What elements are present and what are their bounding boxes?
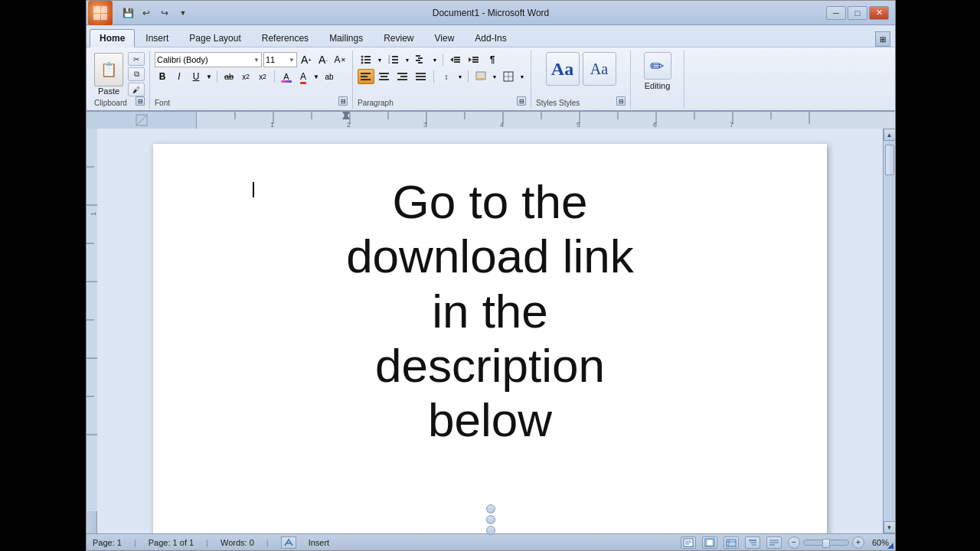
zoom-slider[interactable]: [803, 540, 849, 546]
tab-references[interactable]: References: [252, 29, 318, 47]
ribbon-expand-icon[interactable]: ⊞: [875, 31, 890, 47]
copy-button[interactable]: ⧉: [128, 67, 145, 81]
office-button[interactable]: [88, 1, 113, 25]
justify-button[interactable]: [413, 69, 430, 84]
highlight-button[interactable]: ab: [322, 69, 337, 84]
scroll-dot-2[interactable]: [486, 515, 495, 524]
svg-rect-25: [361, 76, 368, 77]
format-painter-button[interactable]: 🖌: [128, 83, 145, 96]
ruler-corner[interactable]: [87, 112, 197, 129]
document-text[interactable]: Go to the download link in the descripti…: [199, 174, 781, 447]
font-row1: Calibri (Body) ▼ 11 ▼ A+ A- A✕: [155, 52, 348, 67]
decrease-indent-button[interactable]: [447, 52, 464, 67]
strikethrough-button[interactable]: ab: [221, 69, 237, 84]
scroll-track[interactable]: [884, 141, 895, 521]
tab-page-layout[interactable]: Page Layout: [179, 29, 250, 47]
text-effects-button[interactable]: A: [279, 69, 294, 84]
svg-rect-44: [197, 112, 895, 129]
font-size-dropdown[interactable]: 11 ▼: [263, 52, 297, 67]
align-center-button[interactable]: [376, 69, 393, 84]
zoom-slider-thumb[interactable]: [822, 539, 830, 548]
para-row2: ↕ ▼ ▼ ▼: [358, 69, 526, 84]
paragraph-expand[interactable]: ⊟: [517, 96, 526, 106]
status-pages: Page: 1 of 1: [149, 538, 194, 547]
scroll-up-arrow[interactable]: ▲: [884, 129, 896, 141]
bullets-button[interactable]: [358, 52, 374, 67]
shrink-font-button[interactable]: A-: [315, 52, 331, 67]
italic-button[interactable]: I: [172, 69, 187, 84]
minimize-button[interactable]: ─: [826, 6, 846, 20]
print-layout-icon[interactable]: [681, 536, 696, 549]
web-layout-icon[interactable]: [724, 536, 739, 549]
bullets-arrow[interactable]: ▼: [376, 52, 384, 67]
document-page[interactable]: Go to the download link in the descripti…: [153, 144, 827, 533]
office-button-inner: [92, 5, 109, 21]
vertical-scrollbar[interactable]: ▲ ▼: [883, 129, 895, 533]
numbering-arrow[interactable]: ▼: [403, 52, 411, 67]
tab-review[interactable]: Review: [374, 29, 423, 47]
svg-rect-21: [472, 57, 479, 58]
multilevel-arrow[interactable]: ▼: [431, 52, 439, 67]
change-styles-icon: Aa: [590, 60, 608, 78]
superscript-button[interactable]: x2: [255, 69, 270, 84]
shading-arrow[interactable]: ▼: [491, 69, 498, 84]
underline-button[interactable]: U: [188, 69, 204, 84]
tab-mailings[interactable]: Mailings: [319, 29, 373, 47]
redo-button[interactable]: ↪: [157, 5, 172, 21]
cut-button[interactable]: ✂: [128, 52, 145, 66]
underline-arrow[interactable]: ▼: [205, 69, 213, 84]
outline-icon[interactable]: [745, 536, 760, 549]
zoom-in-button[interactable]: +: [852, 536, 864, 549]
close-button[interactable]: ✕: [869, 6, 889, 20]
scroll-thumb[interactable]: [885, 145, 894, 175]
multilevel-button[interactable]: [413, 52, 430, 67]
draft-icon[interactable]: [766, 536, 782, 549]
font-color-button[interactable]: A: [296, 69, 311, 84]
svg-rect-1: [364, 56, 371, 57]
quick-access-dropdown[interactable]: ▼: [175, 5, 191, 21]
svg-rect-18: [454, 59, 460, 60]
borders-arrow[interactable]: ▼: [518, 69, 526, 84]
scroll-dot-3[interactable]: [486, 526, 495, 533]
zoom-out-button[interactable]: −: [788, 536, 800, 549]
styles-expand[interactable]: ⊟: [616, 96, 626, 106]
font-color-arrow[interactable]: ▼: [312, 69, 320, 84]
bold-button[interactable]: B: [155, 69, 170, 84]
line-spacing-arrow[interactable]: ▼: [456, 69, 464, 84]
zoom-control: − + 60%: [788, 536, 889, 549]
clipboard-group: 📋 Paste ✂ ⧉ 🖌 Clipboard ⊟: [90, 51, 150, 109]
tab-home[interactable]: Home: [90, 29, 135, 47]
spell-check-icon[interactable]: [281, 536, 296, 549]
borders-button[interactable]: [500, 69, 517, 84]
save-button[interactable]: 💾: [120, 5, 136, 21]
svg-rect-19: [454, 61, 460, 63]
restore-button[interactable]: □: [848, 6, 867, 20]
line-spacing-button[interactable]: ↕: [438, 69, 455, 84]
font-expand[interactable]: ⊟: [338, 96, 348, 106]
align-left-button[interactable]: [358, 69, 374, 84]
quick-styles-button[interactable]: Aa: [546, 52, 580, 86]
numbering-button[interactable]: 1.2.3.: [385, 52, 402, 67]
tab-view[interactable]: View: [425, 29, 465, 47]
subscript-button[interactable]: x2: [238, 69, 253, 84]
grow-font-button[interactable]: A+: [299, 52, 314, 67]
undo-button[interactable]: ↩: [139, 5, 154, 21]
font-name-dropdown[interactable]: Calibri (Body) ▼: [155, 52, 262, 67]
show-paragraph-button[interactable]: ¶: [484, 52, 501, 67]
paste-button[interactable]: 📋 Paste: [94, 53, 123, 96]
office-btn-cell: [93, 14, 100, 21]
tab-insert[interactable]: Insert: [136, 29, 178, 47]
editing-button[interactable]: ✏ Editing: [644, 52, 671, 90]
clipboard-expand[interactable]: ⊟: [136, 96, 145, 106]
tab-addins[interactable]: Add-Ins: [465, 29, 516, 47]
clear-formatting-button[interactable]: A✕: [332, 52, 348, 67]
increase-indent-button[interactable]: [466, 52, 482, 67]
font-group: Calibri (Body) ▼ 11 ▼ A+ A- A✕ B I: [150, 51, 353, 109]
scroll-dot-1[interactable]: [486, 504, 495, 514]
align-right-button[interactable]: [394, 69, 411, 84]
full-screen-icon[interactable]: [702, 536, 717, 549]
change-styles-button[interactable]: Aa: [583, 52, 616, 86]
document-area[interactable]: Go to the download link in the descripti…: [97, 129, 883, 533]
svg-rect-27: [379, 73, 389, 74]
shading-button[interactable]: [472, 69, 489, 84]
